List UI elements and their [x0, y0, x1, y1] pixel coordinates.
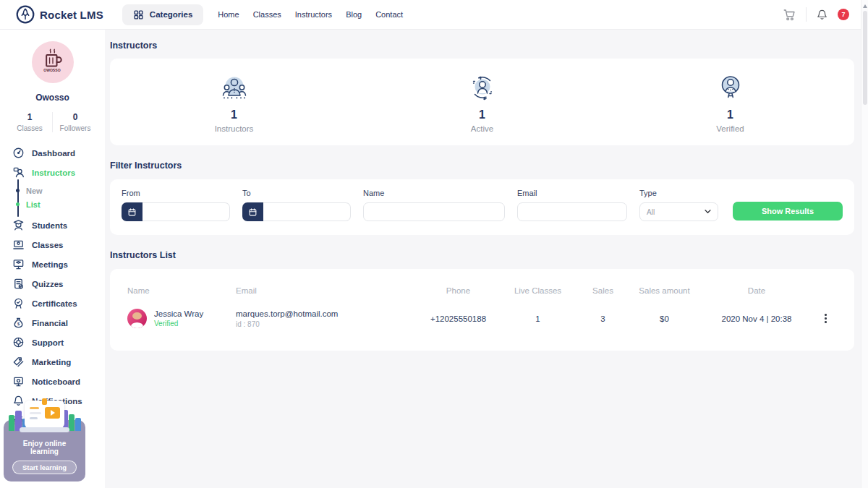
calendar-icon[interactable]	[242, 202, 263, 221]
nav-link-home[interactable]: Home	[218, 10, 239, 19]
top-navbar: Rocket LMS Categories Home Classes Instr…	[0, 0, 868, 30]
topbar-divider	[806, 7, 807, 22]
email-field: Email	[517, 189, 627, 221]
to-label: To	[242, 189, 351, 197]
table-row: Jessica Wray Verified marques.torp@hotma…	[127, 306, 837, 331]
profile-panel: OWOSSO · · · · · · Owosso 1 Classes 0 Fo…	[0, 30, 105, 132]
sidebar-item-label: Financial	[32, 319, 68, 328]
instructor-id: id : 870	[236, 320, 417, 328]
stat-value: 1	[479, 108, 485, 121]
name-field: Name	[363, 189, 505, 221]
sidebar-item-support[interactable]: Support	[0, 333, 105, 352]
sidebar-item-instructors[interactable]: Instructors	[0, 163, 105, 182]
type-select-value: All	[647, 208, 655, 216]
type-field: Type All	[639, 189, 718, 221]
sidebar-item-dashboard[interactable]: Dashboard	[0, 143, 105, 163]
calendar-icon[interactable]	[122, 202, 142, 221]
start-learning-button[interactable]: Start learning	[12, 461, 77, 474]
sidebar-item-noticeboard[interactable]: Noticeboard	[0, 372, 105, 391]
sidebar-item-marketing[interactable]: Marketing	[0, 352, 105, 372]
col-name: Name	[127, 276, 236, 306]
certificates-icon	[12, 297, 25, 309]
col-live-classes: Live Classes	[500, 276, 576, 306]
stat-verified: 1 Verified	[606, 72, 854, 133]
followers-label: Followers	[53, 124, 98, 132]
name-input[interactable]	[363, 202, 505, 221]
list-heading: Instructors List	[110, 250, 854, 260]
sidebar-subitem-new[interactable]: New	[0, 184, 105, 197]
sidebar-item-financial[interactable]: $ Financial	[0, 313, 105, 333]
svg-text:· · · · · ·: · · · · · ·	[48, 74, 54, 76]
sidebar-item-label: Marketing	[32, 358, 71, 367]
sidebar-item-quizzes[interactable]: Quizzes	[0, 274, 105, 294]
categories-label: Categories	[150, 10, 192, 19]
nav-link-contact[interactable]: Contact	[375, 10, 403, 19]
page-title: Instructors	[110, 40, 854, 51]
sidebar-subitem-list[interactable]: List	[0, 197, 105, 211]
sidebar-item-label: Classes	[32, 241, 63, 249]
classes-icon	[12, 239, 25, 251]
quizzes-icon	[12, 278, 25, 290]
sidebar-item-certificates[interactable]: Certificates	[0, 294, 105, 313]
verified-person-icon	[714, 72, 747, 105]
instructor-name: Jessica Wray	[154, 309, 203, 318]
instructor-email: marques.torp@hotmail.com	[236, 309, 417, 318]
to-date-input[interactable]	[263, 202, 351, 221]
cart-icon[interactable]	[783, 8, 796, 22]
bell-icon[interactable]	[816, 9, 828, 21]
profile-stats: 1 Classes 0 Followers	[0, 112, 105, 132]
filter-card: From To	[110, 179, 854, 235]
to-field: To	[242, 189, 351, 221]
instructor-live-classes: 1	[500, 306, 576, 331]
followers-count: 0	[53, 112, 98, 122]
type-label: Type	[639, 189, 718, 197]
stat-value: 1	[231, 108, 237, 121]
filter-heading: Filter Instructors	[110, 160, 854, 171]
sidebar-item-label: Dashboard	[32, 149, 75, 158]
meetings-icon	[12, 258, 25, 270]
scrollbar-thumb[interactable]	[863, 11, 867, 105]
stat-instructors: 1 Instructors	[110, 72, 358, 133]
sidebar-item-students[interactable]: Students	[0, 215, 105, 235]
brand-logo[interactable]: Rocket LMS	[16, 5, 103, 24]
stats-card: 1 Instructors 1 Active	[110, 59, 854, 145]
instructor-sales: 3	[576, 306, 630, 331]
kebab-menu-icon[interactable]	[814, 312, 837, 325]
sidebar-item-label: Certificates	[32, 299, 77, 308]
name-label: Name	[363, 189, 505, 197]
main-nav: Home Classes Instructors Blog Contact	[218, 10, 403, 19]
dashboard-icon	[12, 147, 25, 159]
stat-active: 1 Active	[358, 72, 606, 133]
instructor-date: 2020 Nov 4 | 20:38	[699, 306, 814, 331]
rocket-logo-icon	[16, 5, 35, 24]
profile-name: Owosso	[0, 93, 105, 103]
sidebar-item-classes[interactable]: Classes	[0, 235, 105, 254]
sidebar-item-label: Quizzes	[32, 280, 63, 288]
instructors-icon	[12, 166, 25, 179]
sidebar-item-label: Instructors	[32, 168, 75, 177]
type-select[interactable]: All	[639, 202, 718, 221]
email-input[interactable]	[517, 202, 627, 221]
instructor-phone: +12025550188	[417, 306, 500, 331]
nav-link-classes[interactable]: Classes	[253, 10, 281, 19]
instructors-submenu: New List	[0, 182, 105, 215]
sidebar-item-label: Meetings	[32, 260, 68, 269]
sidebar: OWOSSO · · · · · · Owosso 1 Classes 0 Fo…	[0, 30, 105, 488]
instructor-sales-amount: $0	[630, 306, 699, 331]
instructors-table-card: Name Email Phone Live Classes Sales Sale…	[110, 269, 854, 351]
show-results-button[interactable]: Show Results	[733, 202, 843, 221]
from-date-input[interactable]	[142, 202, 230, 221]
nav-link-blog[interactable]: Blog	[346, 10, 362, 19]
scroll-up-icon[interactable]	[863, 4, 867, 8]
promo-title: Enjoy online learning	[8, 440, 81, 455]
classes-label: Classes	[7, 124, 52, 132]
categories-button[interactable]: Categories	[122, 4, 203, 25]
col-date: Date	[699, 276, 814, 306]
sidebar-item-meetings[interactable]: Meetings	[0, 254, 105, 274]
nav-link-instructors[interactable]: Instructors	[295, 10, 332, 19]
scrollbar[interactable]	[861, 0, 868, 488]
profile-avatar[interactable]: OWOSSO · · · · · ·	[32, 41, 74, 83]
stat-label: Instructors	[215, 124, 254, 133]
user-avatar[interactable]: 7	[838, 9, 849, 20]
table-header-row: Name Email Phone Live Classes Sales Sale…	[127, 276, 837, 306]
